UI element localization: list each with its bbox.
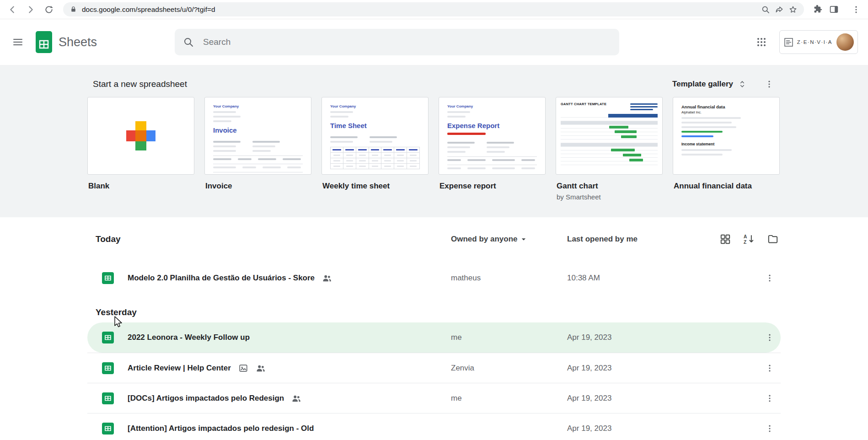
- invoice-thumbnail: Your Company Invoice: [204, 97, 311, 175]
- template-card-sublabel: by Smartsheet: [556, 193, 663, 201]
- open-file-picker-folder-icon[interactable]: [767, 233, 779, 245]
- main-menu-icon[interactable]: [6, 31, 29, 54]
- sheets-logo-icon[interactable]: [36, 31, 52, 53]
- forward-icon[interactable]: [23, 2, 38, 17]
- template-card-label: Expense report: [439, 182, 546, 191]
- owner-filter-dropdown[interactable]: Owned by anyone: [451, 235, 567, 244]
- file-row-selected[interactable]: 2022 Leonora - Weekly Follow up me Apr 1…: [87, 322, 781, 353]
- template-card-expense-report[interactable]: Your Company Expense Report Expense repo…: [439, 97, 546, 201]
- last-opened-label: Last opened by me: [567, 235, 719, 244]
- search-icon[interactable]: [183, 37, 194, 48]
- row-more-icon[interactable]: [759, 418, 781, 440]
- browser-toolbar: docs.google.com/spreadsheets/u/0/?tgif=d: [0, 0, 868, 19]
- template-gallery-button[interactable]: Template gallery: [667, 76, 752, 92]
- file-row[interactable]: [Attention] Artigos impactados pelo rede…: [87, 413, 781, 440]
- template-more-icon[interactable]: [760, 75, 779, 94]
- shared-people-icon: [322, 273, 332, 283]
- file-list-section: Today Owned by anyone Last opened by me …: [0, 217, 868, 440]
- account-org-label: Z·E·N·V·I·A: [797, 39, 832, 45]
- account-avatar[interactable]: [836, 33, 854, 51]
- time-sheet-thumbnail: Your Company Time Sheet: [321, 97, 429, 175]
- file-row[interactable]: Article Review | Help Center Zenvia Apr …: [87, 353, 781, 383]
- google-apps-icon[interactable]: [750, 31, 773, 54]
- bookmark-star-icon[interactable]: [788, 5, 798, 14]
- annual-financial-thumbnail: Annual financial data Alphabet Inc. Inco…: [673, 97, 780, 175]
- file-title: Modelo 2.0 Planilha de Gestão de Usuário…: [128, 274, 315, 283]
- zoom-icon[interactable]: [761, 5, 770, 14]
- template-section: Start a new spreadsheet Template gallery: [0, 65, 868, 217]
- sheets-file-icon: [102, 332, 128, 343]
- sort-az-icon[interactable]: AZ: [743, 233, 755, 245]
- row-more-icon[interactable]: [759, 327, 781, 349]
- group-heading-today: Today: [96, 234, 451, 244]
- caret-down-icon: [519, 235, 528, 244]
- template-card-label: Blank: [87, 182, 194, 191]
- file-row[interactable]: Modelo 2.0 Planilha de Gestão de Usuário…: [87, 263, 781, 293]
- extensions-icon[interactable]: [813, 5, 823, 14]
- shared-people-icon: [291, 393, 301, 403]
- row-more-icon[interactable]: [759, 357, 781, 379]
- app-title[interactable]: Sheets: [59, 35, 97, 49]
- address-bar[interactable]: docs.google.com/spreadsheets/u/0/?tgif=d: [63, 2, 804, 16]
- browser-menu-icon[interactable]: [852, 5, 861, 14]
- share-icon[interactable]: [775, 5, 784, 14]
- expense-report-thumbnail: Your Company Expense Report: [439, 97, 546, 175]
- list-controls: Today Owned by anyone Last opened by me …: [87, 229, 781, 249]
- file-opened: Apr 19, 2023: [567, 333, 759, 342]
- file-title: 2022 Leonora - Weekly Follow up: [128, 333, 250, 342]
- url-text: docs.google.com/spreadsheets/u/0/?tgif=d: [82, 5, 756, 14]
- back-icon[interactable]: [5, 2, 20, 17]
- side-panel-icon[interactable]: [829, 5, 839, 14]
- svg-text:A: A: [744, 234, 747, 239]
- svg-text:Z: Z: [744, 240, 746, 245]
- file-opened: Apr 19, 2023: [567, 394, 759, 403]
- file-owner: matheus: [451, 274, 567, 283]
- sheets-file-icon: [102, 362, 128, 374]
- template-card-gantt-chart[interactable]: GANTT CHART TEMPLATE: [556, 97, 663, 201]
- file-opened: 10:38 AM: [567, 274, 759, 283]
- sheets-file-icon: [102, 392, 128, 404]
- sheets-file-icon: [102, 272, 128, 284]
- sheets-file-icon: [102, 423, 128, 435]
- template-card-annual-financial-data[interactable]: Annual financial data Alphabet Inc. Inco…: [673, 97, 780, 201]
- file-owner: me: [451, 333, 567, 342]
- unfold-icon: [738, 80, 747, 89]
- template-card-label: Gantt chart: [556, 182, 663, 191]
- file-title: [DOCs] Artigos impactados pelo Redesign: [128, 394, 284, 403]
- file-row[interactable]: [DOCs] Artigos impactados pelo Redesign …: [87, 383, 781, 413]
- template-card-label: Weekly time sheet: [321, 182, 429, 191]
- search-input[interactable]: [203, 37, 615, 47]
- file-opened: Apr 19, 2023: [567, 364, 759, 373]
- template-section-title: Start a new spreadsheet: [93, 79, 187, 89]
- blank-thumbnail: [87, 97, 194, 175]
- file-owner: Zenvia: [451, 364, 567, 373]
- file-title: [Attention] Artigos impactados pelo rede…: [128, 424, 314, 433]
- image-icon: [238, 363, 248, 373]
- account-badge[interactable]: Z·E·N·V·I·A: [779, 30, 858, 54]
- plus-icon: [126, 121, 155, 150]
- template-card-invoice[interactable]: Your Company Invoice Invoice: [204, 97, 311, 201]
- zenvia-logo-icon: [784, 38, 793, 47]
- template-card-weekly-time-sheet[interactable]: Your Company Time Sheet Weekly time shee: [321, 97, 429, 201]
- template-card-label: Invoice: [204, 182, 311, 191]
- browser-actions: [810, 5, 863, 14]
- reload-icon[interactable]: [41, 2, 57, 17]
- file-opened: Apr 19, 2023: [567, 424, 759, 433]
- file-title: Article Review | Help Center: [128, 364, 231, 373]
- template-card-label: Annual financial data: [673, 182, 780, 191]
- row-more-icon[interactable]: [759, 267, 781, 289]
- file-owner: me: [451, 394, 567, 403]
- gantt-chart-thumbnail: GANTT CHART TEMPLATE: [556, 97, 663, 175]
- lock-icon: [70, 5, 77, 13]
- search-bar[interactable]: [175, 29, 619, 55]
- row-more-icon[interactable]: [759, 387, 781, 409]
- app-header: Sheets Z·E·N·V·I·A: [0, 19, 868, 65]
- template-card-blank[interactable]: Blank: [87, 97, 194, 201]
- grid-view-icon[interactable]: [719, 233, 731, 245]
- group-heading-yesterday: Yesterday: [87, 302, 781, 322]
- shared-people-icon: [256, 363, 266, 373]
